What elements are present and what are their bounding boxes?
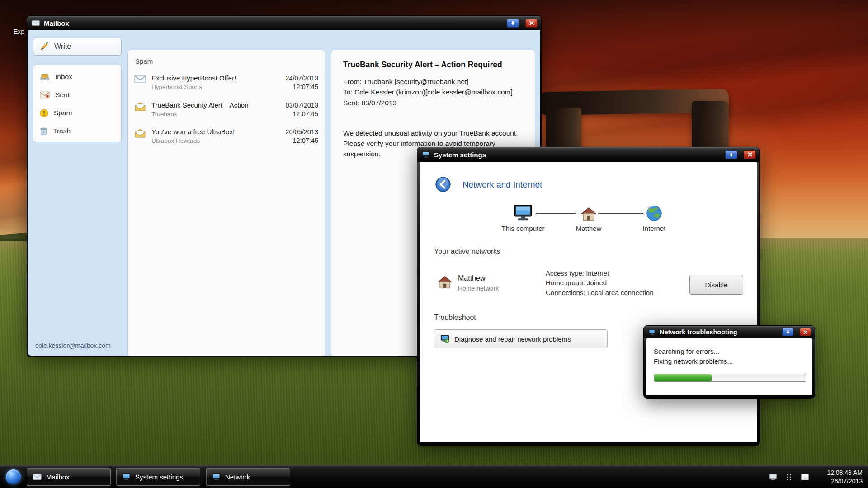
folder-label: Sent: [55, 91, 70, 99]
network-map-label: This computer: [501, 225, 544, 232]
network-map: This computer Matthew Internet: [496, 202, 681, 232]
taskbar-button-label: System settings: [135, 473, 183, 481]
tray-notification-icon[interactable]: [800, 473, 809, 482]
mail-item-texts: Exclusive HyperBoost Offer! Hyperboost S…: [151, 74, 236, 90]
network-map-node-internet[interactable]: Internet: [627, 202, 681, 232]
taskbar-button-mailbox[interactable]: Mailbox: [27, 468, 111, 486]
clock-date: 26/07/2013: [831, 477, 863, 486]
inbox-tray-icon: [40, 73, 50, 81]
mail-subject: Exclusive HyperBoost Offer!: [151, 74, 236, 82]
mailbox-titlebar[interactable]: Mailbox: [27, 16, 541, 30]
folder-item-trash[interactable]: Trash: [33, 122, 121, 140]
back-button[interactable]: [435, 177, 451, 192]
network-name: Matthew: [458, 274, 485, 282]
tray-display-icon[interactable]: [769, 473, 778, 482]
open-envelope-icon: [134, 129, 146, 138]
reader-title: TrueBank Security Alert – Action Require…: [343, 60, 523, 70]
close-button[interactable]: [525, 19, 538, 28]
folder-list: Inbox Sent Spam: [33, 65, 122, 142]
reader-to: To: Cole Kessler (krimzon)[cole.kessler@…: [343, 87, 523, 97]
open-envelope-icon: [134, 102, 146, 111]
page-title: Network and Internet: [462, 180, 542, 190]
minimize-button[interactable]: [507, 19, 519, 28]
warning-icon: [40, 109, 48, 117]
mail-date: 20/05/2013: [285, 128, 318, 136]
mail-sender: Truebank: [151, 111, 249, 117]
down-arrow-icon: [510, 21, 515, 26]
mail-sender: Hyperboost Sports: [151, 84, 236, 90]
folder-label: Inbox: [55, 73, 72, 81]
house-icon: [437, 275, 453, 291]
taskbar-clock[interactable]: 12:08:48 AM 26/07/2013: [827, 465, 863, 488]
left-arrow-circle-icon: [435, 177, 451, 192]
envelope-icon: [33, 474, 42, 480]
mail-list-item[interactable]: You've won a free UltraBox! Ultrabox Rew…: [128, 122, 325, 150]
x-icon: [803, 330, 807, 334]
network-homegroup: Home group: Joined: [546, 278, 654, 287]
network-connections: Connections: Local area connection: [546, 288, 654, 297]
folder-label: Spam: [54, 109, 72, 117]
x-icon: [529, 21, 534, 25]
write-button[interactable]: Write: [33, 38, 122, 56]
mail-list-item[interactable]: TrueBank Security Alert – Action Trueban…: [128, 96, 325, 123]
network-map-node-home[interactable]: Matthew: [561, 202, 616, 232]
folder-item-sent[interactable]: Sent: [33, 86, 121, 104]
envelope-icon: [40, 91, 50, 99]
active-networks-label: Your active networks: [434, 248, 500, 256]
status-line: Searching for errors...: [654, 347, 719, 355]
monitor-icon: [212, 473, 221, 481]
network-map-label: Internet: [643, 225, 666, 232]
mail-icon: [32, 20, 40, 26]
troubleshooter-title: Network troubleshooting: [660, 328, 737, 336]
mail-datetime: 03/07/2013 12:07:45: [285, 101, 318, 118]
system-settings-window: System settings Network and Internet: [417, 147, 760, 446]
desktop-icon-label[interactable]: Exp: [14, 28, 24, 35]
account-email: cole.kessler@mailbox.com: [35, 342, 111, 349]
minimize-button[interactable]: [725, 150, 737, 159]
down-arrow-icon: [786, 330, 790, 334]
x-icon: [748, 152, 752, 157]
close-button[interactable]: [800, 328, 811, 336]
pencil-icon: [40, 42, 49, 51]
house-icon: [580, 202, 597, 221]
mail-subject: TrueBank Security Alert – Action: [151, 101, 249, 109]
close-button[interactable]: [744, 150, 756, 159]
progress-fill: [654, 374, 712, 381]
mail-datetime: 24/07/2013 12:07:45: [285, 74, 318, 91]
disable-button[interactable]: Disable: [689, 275, 743, 295]
diagnose-button[interactable]: Diagnose and repair network problems: [434, 329, 608, 348]
monitor-icon: [648, 329, 656, 335]
taskbar-button-network[interactable]: Network: [206, 468, 290, 486]
reader-from: From: Truebank [security@truebank.net]: [343, 76, 523, 87]
write-button-label: Write: [54, 42, 71, 51]
tray-dots-icon[interactable]: [784, 473, 793, 482]
taskbar-button-system-settings[interactable]: System settings: [116, 468, 200, 486]
reader-sent: Sent: 03/07/2013: [343, 98, 523, 108]
mail-list-item[interactable]: Exclusive HyperBoost Offer! Hyperboost S…: [128, 69, 325, 96]
troubleshooter-titlebar[interactable]: Network troubleshooting: [644, 326, 815, 338]
mail-list: Spam Exclusive HyperBoost Offer! Hyperbo…: [127, 50, 325, 356]
network-kind: Home network: [458, 285, 499, 292]
network-map-node-computer[interactable]: This computer: [496, 202, 550, 232]
taskbar-button-label: Network: [225, 473, 250, 481]
diagnose-button-label: Diagnose and repair network problems: [454, 335, 571, 343]
troubleshooter-body: Searching for errors... Fixing network p…: [646, 338, 812, 395]
mail-date: 03/07/2013: [285, 101, 318, 110]
clock-time: 12:08:48 AM: [827, 469, 863, 477]
monitor-icon: [122, 473, 131, 481]
folder-item-spam[interactable]: Spam: [33, 104, 121, 122]
globe-icon: [646, 202, 662, 221]
minimize-button[interactable]: [782, 328, 793, 336]
mailbox-title: Mailbox: [44, 19, 69, 27]
mail-list-header: Spam: [128, 50, 325, 69]
folder-label: Trash: [53, 127, 71, 135]
troubleshooter-window: Network troubleshooting Searching for er…: [643, 325, 815, 399]
mail-time: 12:07:45: [285, 136, 318, 145]
folder-item-inbox[interactable]: Inbox: [33, 68, 121, 86]
desktop: Exp Mailbox Write: [0, 0, 868, 488]
mail-item-texts: TrueBank Security Alert – Action Trueban…: [151, 101, 249, 117]
status-line: Fixing network problems...: [654, 357, 733, 365]
settings-titlebar[interactable]: System settings: [417, 147, 760, 162]
mail-subject: You've won a free UltraBox!: [151, 128, 235, 136]
start-button[interactable]: [6, 469, 21, 484]
